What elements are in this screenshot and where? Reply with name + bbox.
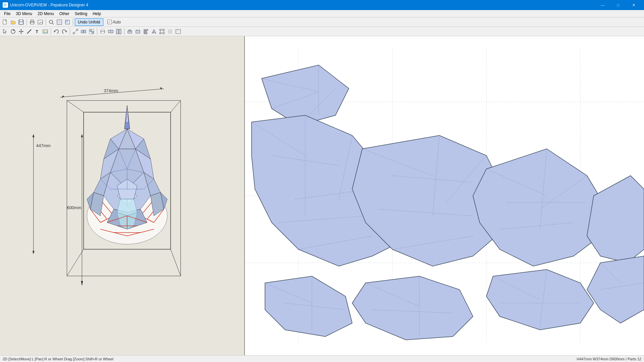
unfold-button[interactable] bbox=[115, 28, 122, 35]
sep-t3 bbox=[97, 28, 97, 35]
toolbar1: JPG Undo Unfold ✓ Auto bbox=[0, 17, 644, 27]
svg-rect-30 bbox=[101, 29, 104, 31]
status-left: 2D [Select/Move] L [Pan] R or Wheel Drag… bbox=[3, 357, 113, 361]
sep3 bbox=[73, 19, 73, 25]
fold-button[interactable] bbox=[107, 28, 114, 35]
svg-rect-34 bbox=[116, 29, 118, 34]
zoom-fit-button[interactable] bbox=[48, 18, 55, 26]
new-button[interactable] bbox=[1, 18, 9, 26]
panel-2d[interactable] bbox=[245, 36, 644, 355]
menu-3d[interactable]: 3D Menu bbox=[13, 11, 35, 17]
align-button[interactable] bbox=[142, 28, 150, 35]
svg-line-10 bbox=[52, 23, 54, 24]
rotate-tool[interactable] bbox=[9, 28, 17, 35]
svg-rect-38 bbox=[136, 31, 140, 33]
svg-text:600mm: 600mm bbox=[67, 205, 81, 210]
join-edge-button[interactable] bbox=[80, 28, 87, 35]
undo-unfold-label: Undo Unfold bbox=[78, 20, 100, 24]
sep-t2 bbox=[70, 28, 70, 35]
parts-list-button[interactable] bbox=[174, 28, 182, 35]
svg-point-9 bbox=[49, 20, 53, 23]
edge-tool[interactable] bbox=[25, 28, 33, 35]
svg-point-16 bbox=[11, 29, 15, 34]
scale-tool[interactable] bbox=[158, 28, 166, 35]
text-tool[interactable]: T bbox=[34, 28, 41, 35]
svg-rect-27 bbox=[90, 30, 92, 32]
svg-rect-41 bbox=[144, 29, 148, 31]
print-button[interactable] bbox=[29, 18, 36, 26]
title-bar: P Unicorn-OVERVIEW - Pepakura Designer 4… bbox=[0, 0, 644, 10]
svg-rect-28 bbox=[92, 32, 94, 33]
app-icon: P bbox=[3, 2, 8, 8]
print-layout-button[interactable] bbox=[99, 28, 106, 35]
cut-edge-button[interactable] bbox=[72, 28, 79, 35]
svg-text:447mm: 447mm bbox=[36, 143, 51, 148]
svg-rect-19 bbox=[43, 30, 48, 33]
svg-rect-37 bbox=[129, 30, 131, 31]
svg-rect-2 bbox=[20, 20, 22, 21]
title-bar-left: P Unicorn-OVERVIEW - Pepakura Designer 4 bbox=[3, 2, 88, 8]
app-title: Unicorn-OVERVIEW - Pepakura Designer 4 bbox=[10, 3, 88, 7]
svg-marker-119 bbox=[117, 199, 137, 216]
svg-rect-56 bbox=[176, 29, 180, 34]
svg-rect-3 bbox=[19, 22, 23, 24]
flip-button[interactable] bbox=[150, 28, 158, 35]
menu-2d[interactable]: 2D Menu bbox=[35, 11, 57, 17]
menu-help[interactable]: Help bbox=[90, 11, 104, 17]
auto-checkbox-container[interactable]: ✓ Auto bbox=[107, 20, 121, 24]
status-bar: 2D [Select/Move] L [Pan] R or Wheel Drag… bbox=[0, 355, 644, 362]
undo-unfold-button[interactable]: Undo Unfold bbox=[75, 18, 103, 26]
view-flat-button[interactable] bbox=[64, 18, 71, 26]
maximize-button[interactable]: □ bbox=[610, 0, 626, 10]
tab-direction-button[interactable] bbox=[126, 28, 133, 35]
auto-checkbox[interactable]: ✓ bbox=[107, 20, 112, 24]
move-tool[interactable] bbox=[17, 28, 25, 35]
export-button[interactable]: JPG bbox=[37, 18, 44, 26]
svg-rect-43 bbox=[144, 33, 147, 34]
unfold-2d-view bbox=[245, 36, 644, 355]
group-button[interactable] bbox=[88, 28, 95, 35]
menu-setting[interactable]: Setting bbox=[72, 11, 90, 17]
model-3d-view: 374mm 447mm 600mm bbox=[0, 36, 244, 355]
toolbar2: T bbox=[0, 27, 644, 36]
menu-file[interactable]: File bbox=[1, 11, 13, 17]
svg-rect-49 bbox=[163, 33, 164, 34]
window-controls: — □ ✕ bbox=[595, 0, 641, 10]
svg-rect-46 bbox=[160, 29, 161, 31]
svg-rect-15 bbox=[65, 20, 67, 22]
svg-rect-23 bbox=[81, 30, 83, 33]
sep1 bbox=[26, 19, 27, 25]
sep-t1 bbox=[51, 28, 51, 35]
svg-text:JPG: JPG bbox=[39, 21, 43, 24]
status-right: H447mm W374mm D600mm / Parts 12 bbox=[577, 357, 641, 361]
panel-3d[interactable]: 374mm 447mm 600mm bbox=[0, 36, 245, 355]
snap-button[interactable] bbox=[166, 28, 174, 35]
sep-t4 bbox=[124, 28, 124, 35]
select-tool[interactable] bbox=[1, 28, 9, 35]
svg-text:374mm: 374mm bbox=[104, 88, 118, 93]
svg-rect-48 bbox=[160, 33, 161, 34]
open-button[interactable] bbox=[9, 18, 17, 26]
menu-other[interactable]: Other bbox=[57, 11, 72, 17]
svg-rect-24 bbox=[84, 30, 86, 33]
svg-rect-47 bbox=[163, 29, 164, 31]
menu-bar: File 3D Menu 2D Menu Other Setting Help bbox=[0, 10, 644, 17]
svg-rect-31 bbox=[101, 32, 104, 34]
undo-button[interactable] bbox=[53, 28, 60, 35]
svg-rect-35 bbox=[119, 29, 121, 34]
svg-line-17 bbox=[27, 29, 31, 34]
minimize-button[interactable]: — bbox=[595, 0, 610, 10]
close-button[interactable]: ✕ bbox=[626, 0, 641, 10]
svg-rect-42 bbox=[144, 31, 147, 32]
3dview-button[interactable] bbox=[56, 18, 63, 26]
save-button[interactable] bbox=[17, 18, 25, 26]
main-content: 374mm 447mm 600mm bbox=[0, 36, 644, 355]
auto-label: Auto bbox=[113, 20, 121, 24]
svg-rect-0 bbox=[3, 20, 6, 24]
svg-text:T: T bbox=[36, 29, 38, 34]
svg-rect-5 bbox=[31, 20, 34, 21]
redo-button[interactable] bbox=[61, 28, 68, 35]
sep2 bbox=[46, 19, 46, 25]
image-tool[interactable] bbox=[42, 28, 49, 35]
tab-size-button[interactable] bbox=[134, 28, 142, 35]
